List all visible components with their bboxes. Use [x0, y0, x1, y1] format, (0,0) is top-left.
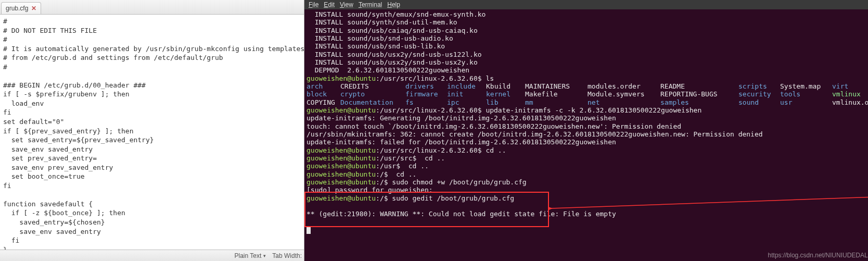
- menu-view[interactable]: View: [339, 1, 354, 8]
- menu-help[interactable]: Help: [386, 1, 401, 8]
- terminal-window: FileEditViewTerminalHelp INSTALL sound/s…: [304, 0, 868, 261]
- tab-label: grub.cfg: [6, 5, 28, 12]
- terminal-menu-bar: FileEditViewTerminalHelp: [304, 0, 868, 9]
- editor-content[interactable]: # # DO NOT EDIT THIS FILE # # It is auto…: [0, 15, 304, 250]
- gedit-tab-bar: grub.cfg ✕: [0, 0, 304, 15]
- gedit-status-bar: Plain Text ▾ Tab Width:: [0, 250, 304, 261]
- status-syntax[interactable]: Plain Text ▾: [234, 252, 266, 259]
- close-icon[interactable]: ✕: [31, 5, 36, 12]
- menu-edit[interactable]: Edit: [323, 1, 336, 8]
- status-tabwidth[interactable]: Tab Width:: [272, 252, 302, 259]
- terminal-cursor: [307, 227, 311, 234]
- terminal-content[interactable]: INSTALL sound/synth/emux/snd-emux-synth.…: [304, 9, 868, 261]
- chevron-down-icon: ▾: [263, 253, 266, 258]
- gedit-tab-grub[interactable]: grub.cfg ✕: [1, 2, 41, 14]
- menu-terminal[interactable]: Terminal: [358, 1, 383, 8]
- gedit-window: grub.cfg ✕ # # DO NOT EDIT THIS FILE # #…: [0, 0, 304, 261]
- menu-file[interactable]: File: [308, 1, 320, 8]
- watermark: https://blog.csdn.net/NIUNIUDEDALAO: [768, 252, 868, 259]
